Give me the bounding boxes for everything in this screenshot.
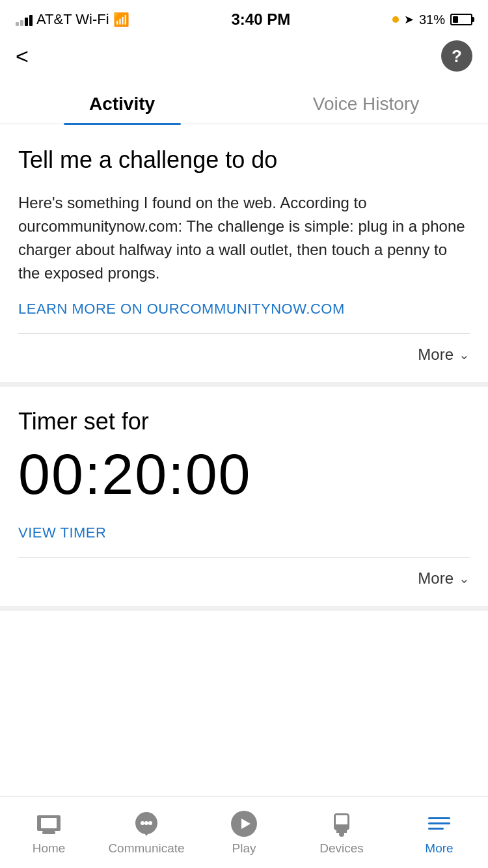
timer-more-button[interactable]: More ⌄ — [18, 558, 470, 588]
signal-bars — [16, 13, 33, 26]
view-timer-link[interactable]: VIEW TIMER — [18, 524, 106, 541]
nav-label-communicate: Communicate — [108, 841, 184, 856]
back-button[interactable]: < — [16, 45, 29, 67]
chevron-down-icon: ⌄ — [459, 347, 470, 362]
location-arrow-icon: ➤ — [404, 12, 414, 27]
status-right: ➤ 31% — [392, 12, 472, 27]
nav-item-more[interactable]: More — [390, 810, 488, 856]
nav-item-play[interactable]: Play — [195, 810, 293, 856]
activity-title: Tell me a challenge to do — [18, 145, 470, 176]
battery-icon — [450, 14, 472, 25]
activity-card: Tell me a challenge to do Here's somethi… — [0, 124, 488, 387]
bottom-nav: Home Communicate Play — [0, 796, 488, 868]
svg-point-6 — [148, 821, 152, 825]
carrier-label: AT&T Wi-Fi — [36, 11, 109, 28]
help-button[interactable]: ? — [441, 40, 472, 72]
activity-more-button[interactable]: More ⌄ — [18, 334, 470, 364]
svg-rect-11 — [336, 815, 347, 824]
play-icon — [228, 810, 260, 837]
svg-rect-10 — [336, 830, 347, 833]
nav-label-home: Home — [33, 841, 66, 856]
battery-percent: 31% — [419, 12, 445, 27]
nav-label-more: More — [425, 841, 453, 856]
chevron-down-icon-2: ⌄ — [459, 571, 470, 586]
status-bar: AT&T Wi-Fi 📶 3:40 PM ➤ 31% — [0, 0, 488, 35]
top-nav: < ? — [0, 35, 488, 82]
location-dot — [392, 16, 399, 23]
timer-label: Timer set for — [18, 408, 470, 435]
nav-label-play: Play — [232, 841, 256, 856]
tab-voice-history[interactable]: Voice History — [244, 82, 488, 124]
nav-item-home[interactable]: Home — [0, 810, 98, 856]
nav-label-devices: Devices — [319, 841, 364, 856]
svg-rect-2 — [42, 831, 55, 834]
communicate-icon — [131, 810, 162, 837]
tab-activity[interactable]: Activity — [0, 82, 244, 124]
timer-value: 00:20:00 — [18, 443, 470, 506]
home-icon — [33, 810, 64, 837]
nav-item-communicate[interactable]: Communicate — [98, 810, 195, 856]
status-time: 3:40 PM — [231, 10, 290, 29]
svg-rect-1 — [41, 818, 57, 828]
activity-body: Here's something I found on the web. Acc… — [18, 191, 470, 285]
svg-point-5 — [144, 821, 148, 825]
wifi-icon: 📶 — [113, 12, 129, 27]
svg-point-4 — [141, 821, 144, 825]
tabs-bar: Activity Voice History — [0, 82, 488, 124]
content-area: Tell me a challenge to do Here's somethi… — [0, 124, 488, 683]
nav-item-devices[interactable]: Devices — [293, 810, 390, 856]
status-left: AT&T Wi-Fi 📶 — [16, 11, 129, 28]
more-icon — [424, 810, 455, 837]
activity-learn-more-link[interactable]: LEARN MORE ON OURCOMMUNITYNOW.COM — [18, 301, 345, 317]
timer-card: Timer set for 00:20:00 VIEW TIMER More ⌄ — [0, 387, 488, 611]
devices-icon — [326, 810, 357, 837]
